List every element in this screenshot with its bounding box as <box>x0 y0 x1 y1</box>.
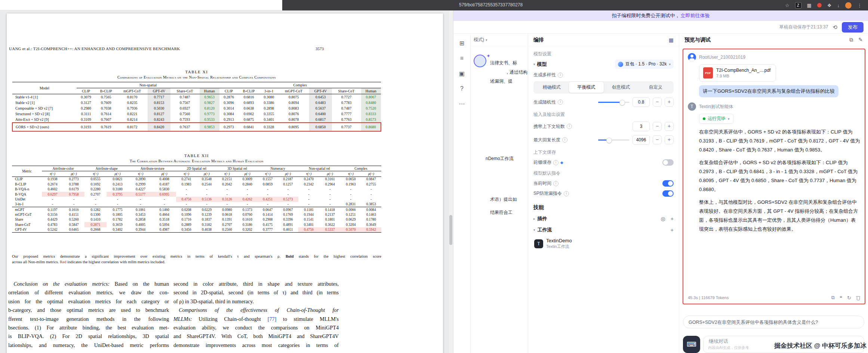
paper-text-line: usion for the optimal evaluation metrics… <box>8 297 169 306</box>
pdf-scrollbar[interactable] <box>449 10 453 353</box>
history-icon[interactable]: ⟲ <box>832 24 837 31</box>
add-plugin-icon[interactable]: + <box>671 216 674 222</box>
premium-diamond-icon: ◆ <box>560 160 563 165</box>
orchestration-panel: 编排 ▦ 模型设置 ▾ 模型 豆包 · 1.5 · Pro · 32k ▾ <box>528 34 679 353</box>
keyboard-button[interactable]: ⌨ <box>683 336 700 353</box>
max-length-slider[interactable] <box>598 139 630 141</box>
mode-precise[interactable]: 精确模式 <box>534 82 569 93</box>
table-row: GPT-4V0.52420.64650.26680.34020.39440.49… <box>12 227 381 233</box>
randomness-value[interactable]: 0.8 <box>632 97 650 107</box>
plus-stepper[interactable]: + <box>665 98 674 107</box>
new-session-icon[interactable]: ⧉ <box>849 37 853 43</box>
randomness-label: 生成随机性i <box>533 99 563 105</box>
layout-grid-icon[interactable]: ▦ <box>669 37 674 43</box>
randomness-slider[interactable] <box>598 102 630 103</box>
promo-banner-link[interactable]: 立即前往体验 <box>681 12 710 19</box>
info-icon[interactable]: i <box>558 73 563 78</box>
strip-icon-3[interactable]: ? <box>460 85 464 92</box>
extension-z-icon[interactable]: Z <box>795 2 801 9</box>
download-icon[interactable]: ↓ <box>837 3 840 8</box>
add-workflow-icon[interactable]: + <box>671 227 674 233</box>
paper-text-line: and ShareGPT4V. With CoT, both MiniGPT4 … <box>173 332 339 341</box>
table-xi-title: Comparisons of Evaluation Metrics on the… <box>12 75 381 79</box>
strip-icon-4[interactable]: ⋯ <box>459 100 465 107</box>
extensions-icon[interactable]: ❖ <box>827 3 832 8</box>
table-row: UniDet------0.47560.51360.31260.42620.42… <box>12 197 381 202</box>
file-size: 7.9 MB <box>716 74 770 78</box>
browser-menu-icon[interactable]: ⋮ <box>857 3 862 8</box>
current-time-label: 当前时间i <box>533 180 558 187</box>
context-rounds-label: 携带上下文轮数i <box>533 123 572 130</box>
promo-banner-text: 扣子编程限时免费公开测试中， <box>612 12 680 19</box>
edit-debug-icon[interactable]: ✎ <box>858 37 863 43</box>
info-icon[interactable]: i <box>553 160 558 165</box>
promo-banner: 扣子编程限时免费公开测试中， 立即前往体验 <box>453 10 868 21</box>
bot-avatar[interactable] <box>474 55 486 67</box>
persona-text-fragment: 术语）提出如 <box>490 196 517 203</box>
mode-custom[interactable]: 自定义 <box>638 82 673 93</box>
info-icon[interactable]: i <box>562 137 567 142</box>
info-icon[interactable]: i <box>564 191 569 196</box>
preview-title: 预览与调试 <box>684 37 711 43</box>
info-icon[interactable]: i <box>567 124 572 129</box>
quote-icon[interactable]: ❝ <box>840 295 842 301</box>
mode-creative[interactable]: 创意模式 <box>604 82 638 93</box>
plugins-row[interactable]: ▸ 插件 ◎ + <box>533 215 674 222</box>
suggested-question[interactable]: GORS+SDV2在非空间关系评估中各项指标的具体含义是什么? <box>683 316 864 328</box>
minus-stepper[interactable]: − <box>653 122 662 131</box>
table-row: 3-in-1--------------0.28310.3853 <box>12 202 381 207</box>
watermark: 掘金技术社区 @ 中杯可乐多加冰 <box>774 341 867 350</box>
chevron-down-icon: ▾ <box>669 62 671 66</box>
model-row-label[interactable]: ▾ 模型 <box>533 61 547 68</box>
run-status-chip[interactable]: 运行完毕 ▾ <box>699 114 733 124</box>
workflow-row[interactable]: ▾ 工作流 + <box>533 227 674 233</box>
persona-text-fragment: ，通过结构 <box>505 69 527 76</box>
table-xii-section: TABLE XII The Correlation Between Automa… <box>12 153 381 233</box>
browser-avatar[interactable] <box>845 2 852 9</box>
plus-stepper[interactable]: + <box>665 122 674 131</box>
prefix-cache-toggle[interactable] <box>662 159 674 166</box>
record-icon[interactable] <box>817 3 822 7</box>
strip-icon-2[interactable]: ▣ <box>459 70 465 77</box>
info-icon[interactable]: i <box>558 99 563 105</box>
attached-file-card[interactable]: PDF T2I-CompBench_An_....pdf 7.9 MB <box>699 64 776 82</box>
paper-text-line: b-category, and those optimal metrics ar… <box>8 306 169 314</box>
current-time-toggle[interactable] <box>662 180 674 187</box>
persona-panel: 模式) ▾ ✦ 法律文书、标 ，通过结构 述漏洞、提 nDemo工作流 术语）提… <box>471 34 528 353</box>
paper-text-line: Conclusion on the evaluation metrics: Ba… <box>8 280 169 288</box>
paper-text-line: orrelation of different evaluation metri… <box>8 288 169 297</box>
pdf-scrollbar-thumb[interactable] <box>449 215 452 245</box>
copy-icon[interactable]: ⧉ <box>831 295 835 301</box>
context-rounds-value[interactable]: 3 <box>632 122 650 131</box>
delete-icon[interactable] <box>856 295 860 300</box>
user-name: RootUser_2100321019 <box>699 55 745 60</box>
table-row: Composable + SD v2 [7]0.29800.70380.7936… <box>12 105 381 111</box>
mode-balanced[interactable]: 平衡模式 <box>569 82 604 93</box>
plus-stepper[interactable]: + <box>665 135 674 144</box>
ai-wand-icon[interactable]: ✦ <box>486 53 490 59</box>
strip-icon-0[interactable]: ⊞ <box>459 40 464 47</box>
table-xi: ModelNon-spatialComplexCLIPB-CLIPmGPT-Co… <box>12 82 381 132</box>
bot-paragraph: 在非空间关系评估中，GORS + SD v2 的各项指标表现如下：CLIP 值为… <box>699 128 860 154</box>
apps-grid-icon[interactable]: ▦ <box>807 3 812 8</box>
workflow-item[interactable]: T TextinDemo Textin工作流 <box>534 238 674 249</box>
chevron-down-icon: ▾ <box>533 62 535 66</box>
chevron-down-icon: ▾ <box>533 228 535 232</box>
table-xii: MetricAttribute-colorAttribute-shapeAttr… <box>12 166 381 233</box>
model-selector[interactable]: 豆包 · 1.5 · Pro · 32k ▾ <box>615 59 674 69</box>
side-icon-strip: ⊞≡▣?⋯ <box>453 34 471 353</box>
plugin-store-icon[interactable]: ◎ <box>661 216 665 222</box>
info-icon[interactable]: i <box>553 181 558 186</box>
sp-leak-toggle[interactable] <box>662 190 674 197</box>
bookmark-star-icon[interactable]: ☆ <box>785 3 789 8</box>
max-length-value[interactable]: 4096 <box>632 135 650 145</box>
regenerate-icon[interactable]: ↻ <box>847 295 851 301</box>
minus-stepper[interactable]: − <box>653 135 662 144</box>
persona-text-fragment: 法律文书、标 <box>490 60 517 66</box>
publish-button[interactable]: 发布 <box>842 22 864 33</box>
paper-text-line: Comparisons of the effectiveness of Chai… <box>173 306 339 314</box>
url-bar[interactable]: 579/bot/7587255357337780278 <box>459 2 523 7</box>
mode-fragment[interactable]: 模式) <box>474 37 484 43</box>
minus-stepper[interactable]: − <box>653 98 662 107</box>
strip-icon-1[interactable]: ≡ <box>460 55 464 62</box>
